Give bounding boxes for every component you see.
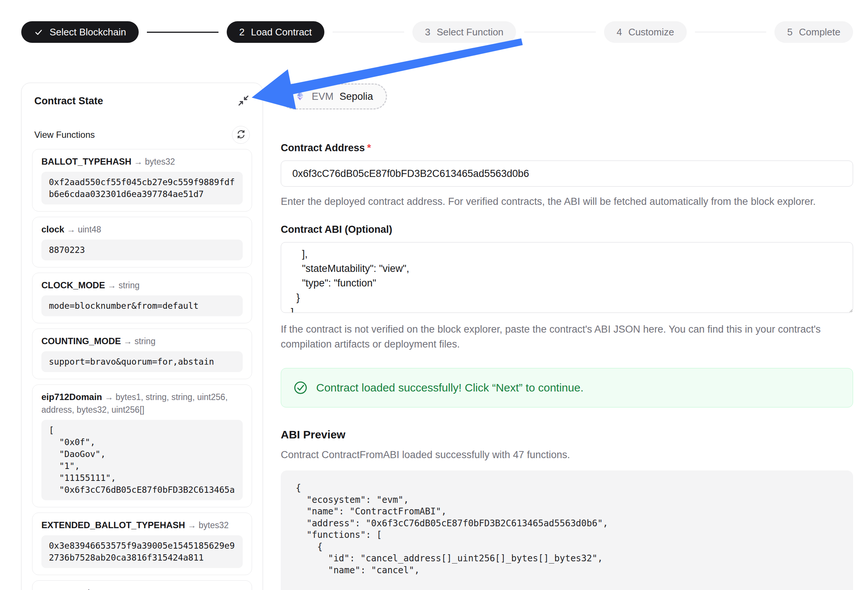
function-value: 0xf2aad550cf55f045cb27e9c559f9889fdfb6e6… xyxy=(41,172,243,205)
contract-address-input[interactable] xyxy=(281,160,853,187)
ethereum-icon xyxy=(295,90,306,103)
step-number: 2 xyxy=(239,26,245,38)
refresh-icon xyxy=(236,129,246,140)
badge-ecosystem: EVM xyxy=(312,91,334,102)
contract-address-label: Contract Address* xyxy=(281,142,853,154)
abi-preview-code: { "ecosystem": "evm", "name": "ContractF… xyxy=(281,471,853,590)
collapse-arrows-icon xyxy=(237,94,250,108)
function-signature: BALLOT_TYPEHASH → bytes32 xyxy=(41,155,243,168)
abi-preview-subtitle: Contract ContractFromABI loaded successf… xyxy=(281,449,853,461)
check-circle-icon xyxy=(293,380,308,395)
function-value: [ "0x0f", "DaoGov", "1", "11155111", "0x… xyxy=(41,420,243,500)
function-card: BALLOT_TYPEHASH → bytes32 0xf2aad550cf55… xyxy=(32,149,252,212)
function-name: eip712Domain xyxy=(41,392,102,402)
success-alert: Contract loaded successfully! Click “Nex… xyxy=(281,368,853,408)
contract-abi-textarea[interactable]: ], "stateMutability": "view", "type": "f… xyxy=(281,242,853,313)
refresh-functions-button[interactable] xyxy=(232,126,250,144)
panel-title: Contract State xyxy=(34,96,103,107)
check-icon xyxy=(34,28,43,37)
function-signature: eip712Domain → bytes1, string, string, u… xyxy=(41,391,243,416)
function-name: EXTENDED_BALLOT_TYPEHASH xyxy=(41,520,185,530)
function-name: clock xyxy=(41,224,64,234)
returns-arrow: → xyxy=(67,588,76,590)
function-card: CLOCK_MODE → string mode=blocknumber&fro… xyxy=(32,273,252,323)
function-signature: CLOCK_MODE → string xyxy=(41,279,243,292)
collapse-panel-button[interactable] xyxy=(237,94,250,108)
returns-arrow: → xyxy=(67,225,75,234)
function-value: support=bravo&quorum=for,abstain xyxy=(41,351,243,372)
badge-network: Sepolia xyxy=(340,91,373,102)
function-card: COUNTING_MODE → string support=bravo&quo… xyxy=(32,328,252,379)
step-label: Customize xyxy=(628,26,674,38)
step-pill[interactable]: 3 Select Function xyxy=(412,21,517,43)
step-pill[interactable]: Select Blockchain xyxy=(21,21,139,43)
function-return-type: bytes32 xyxy=(199,520,229,530)
step-label: Load Contract xyxy=(251,26,312,38)
function-value: 8870223 xyxy=(41,240,243,260)
function-value: 0x3e83946653575f9a39005e1545185629e92736… xyxy=(41,535,243,568)
step-label: Complete xyxy=(799,26,840,38)
abi-preview-title: ABI Preview xyxy=(281,428,853,441)
load-contract-form: EVM Sepolia Contract Address* Enter the … xyxy=(281,83,853,590)
step-pill[interactable]: 5 Complete xyxy=(774,21,853,43)
returns-arrow: → xyxy=(134,157,142,166)
function-signature: name → string xyxy=(41,587,243,590)
function-name: COUNTING_MODE xyxy=(41,336,121,346)
step-label: Select Blockchain xyxy=(50,26,126,38)
step-label: Select Function xyxy=(437,26,503,38)
function-return-type: bytes32 xyxy=(145,157,175,166)
step-connector xyxy=(524,32,595,32)
function-name: CLOCK_MODE xyxy=(41,280,105,290)
step-connector xyxy=(695,32,766,32)
step-number: 4 xyxy=(617,26,622,38)
function-return-type: string xyxy=(118,281,139,290)
view-functions-label: View Functions xyxy=(34,129,95,140)
function-card: clock → uint48 8870223 xyxy=(32,217,252,268)
step-number: 5 xyxy=(787,26,792,38)
step-number: 3 xyxy=(425,26,430,38)
contract-state-panel: Contract State View Functions xyxy=(21,83,263,590)
network-badge[interactable]: EVM Sepolia xyxy=(281,84,387,109)
returns-arrow: → xyxy=(108,281,116,290)
function-value: mode=blocknumber&from=default xyxy=(41,295,243,316)
step-pill[interactable]: 2 Load Contract xyxy=(227,21,325,43)
step-pill[interactable]: 4 Customize xyxy=(604,21,687,43)
function-signature: COUNTING_MODE → string xyxy=(41,335,243,347)
step-connector xyxy=(332,32,404,32)
function-name: BALLOT_TYPEHASH xyxy=(41,156,131,166)
returns-arrow: → xyxy=(187,520,196,530)
contract-address-help: Enter the deployed contract address. For… xyxy=(281,194,853,209)
returns-arrow: → xyxy=(123,336,132,346)
returns-arrow: → xyxy=(105,392,113,402)
function-return-type: string xyxy=(134,336,155,346)
function-return-type: uint48 xyxy=(78,225,102,234)
wizard-stepper: Select Blockchain 2 Load Contract 3 Sele… xyxy=(21,21,853,43)
function-signature: EXTENDED_BALLOT_TYPEHASH → bytes32 xyxy=(41,519,243,531)
contract-abi-label: Contract ABI (Optional) xyxy=(281,224,853,235)
function-signature: clock → uint48 xyxy=(41,223,243,236)
required-marker: * xyxy=(367,142,371,153)
step-connector xyxy=(147,32,218,33)
contract-abi-help: If the contract is not verified on the b… xyxy=(281,322,853,352)
function-card: EXTENDED_BALLOT_TYPEHASH → bytes32 0x3e8… xyxy=(32,512,252,575)
function-card: name → string DaoGov xyxy=(32,580,252,590)
success-message: Contract loaded successfully! Click “Nex… xyxy=(316,381,583,394)
function-name: name xyxy=(41,588,65,590)
function-card: eip712Domain → bytes1, string, string, u… xyxy=(32,384,252,507)
function-return-type: string xyxy=(78,588,99,590)
